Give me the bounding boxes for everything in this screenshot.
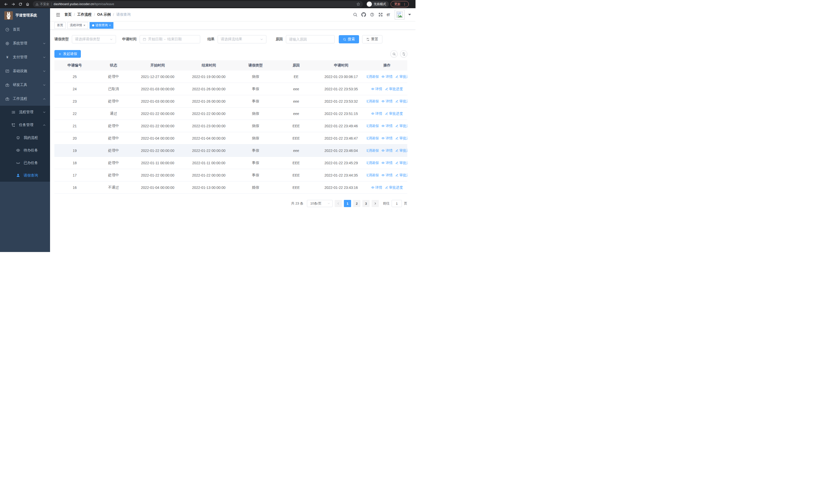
sidebar-collapse-icon[interactable] [56,12,61,17]
breadcrumb-item-2[interactable]: OA 示例 [97,12,111,17]
page-button-2[interactable]: 2 [353,200,360,207]
apply-time-range-picker[interactable]: 开始日期 - 结束日期 [140,35,200,43]
close-icon[interactable]: × [83,24,85,27]
sidebar-item-3[interactable]: 基础设施 [0,64,50,78]
breadcrumb-item-1[interactable]: 工作流程 [77,12,92,17]
sidebar-item-6[interactable]: 流程管理 [0,106,50,119]
browser-update-button[interactable]: 更新 [391,1,409,7]
browser-forward-button[interactable] [10,1,17,7]
table-row[interactable]: 20 处理中 2022-01-04 00:00:00 2022-01-04 00… [54,132,407,145]
approval-progress-link[interactable]: 审批进度 [385,111,403,116]
sidebar-item-11[interactable]: 请假查询 [0,169,50,182]
address-bar[interactable]: 不安全 dashboard.yudao.iocoder.cn/bpm/oa/le… [33,1,363,7]
tab-0[interactable]: 首页 [54,22,66,29]
table-header-row: 申请编号状态开始时间结束时间请假类型原因申请时间操作 [54,60,407,70]
dashboard-icon [5,27,9,32]
row-actions: 取消请假详情审批进度 [368,148,406,153]
detail-link[interactable]: 详情 [381,161,393,165]
tab-2[interactable]: 请假查询 × [90,22,114,29]
table-row[interactable]: 23 处理中 2022-01-03 00:00:00 2022-01-26 00… [54,95,407,108]
toggle-search-button[interactable] [390,50,398,58]
next-page-button[interactable] [372,200,379,207]
cancel-leave-link[interactable]: 取消请假 [367,75,379,79]
approval-progress-link[interactable]: 审批进度 [385,87,403,91]
table-row[interactable]: 16 不通过 2022-01-04 00:00:00 2022-01-13 00… [54,181,407,194]
browser-reload-button[interactable] [17,1,24,7]
table-row[interactable]: 17 处理中 2022-01-22 00:00:00 2022-01-22 00… [54,169,407,181]
detail-link[interactable]: 详情 [381,148,393,153]
caret-down-icon[interactable] [407,12,412,17]
leave-type-select[interactable]: 请选择请假类型 [72,35,116,43]
page-button-3[interactable]: 3 [362,200,370,207]
font-size-icon[interactable]: tT [387,12,390,17]
table-row[interactable]: 21 处理中 2022-01-22 00:00:00 2022-01-23 00… [54,120,407,132]
tab-1[interactable]: 流程详情 × [67,22,88,29]
approval-progress-link[interactable]: 审批进度 [395,148,407,153]
browser-back-button[interactable] [3,1,9,7]
detail-link[interactable]: 详情 [381,99,393,104]
cancel-leave-link[interactable]: 取消请假 [367,148,379,153]
approval-progress-link[interactable]: 审批进度 [395,75,407,79]
approval-progress-link[interactable]: 审批进度 [395,136,407,141]
sidebar-item-10[interactable]: 已办任务 [0,156,50,169]
cell-status: 处理中 [95,173,132,178]
create-leave-button[interactable]: 发起请假 [54,50,81,58]
cancel-leave-link[interactable]: 取消请假 [367,99,379,104]
github-icon[interactable] [361,12,366,17]
search-button[interactable]: 搜索 [339,35,359,43]
table-row[interactable]: 19 处理中 2022-01-22 00:00:00 2022-01-22 00… [54,145,407,157]
kebab-menu-icon[interactable] [403,3,406,6]
question-icon[interactable] [370,12,374,17]
sidebar-item-4[interactable]: 研发工具 [0,78,50,92]
refresh-table-button[interactable] [400,50,407,58]
cancel-leave-link[interactable]: 取消请假 [367,161,379,165]
security-status[interactable]: 不安全 [35,2,49,6]
approval-progress-link[interactable]: 审批进度 [395,161,407,165]
detail-link[interactable]: 详情 [381,136,393,141]
search-icon[interactable] [353,12,357,17]
reason-input[interactable] [286,35,335,43]
sidebar-item-0[interactable]: 首页 [0,23,50,36]
tree-icon [11,123,16,127]
detail-link[interactable]: 详情 [381,124,393,128]
browser-home-button[interactable] [24,1,31,7]
incognito-badge[interactable]: 无痕模式 [366,1,389,7]
cancel-leave-link[interactable]: 取消请假 [367,136,379,141]
detail-link[interactable]: 详情 [371,87,382,91]
cell-leave-type: 婚假 [234,185,277,190]
goto-page-input[interactable] [392,200,402,207]
approval-progress-link[interactable]: 审批进度 [395,173,407,178]
page-button-1[interactable]: 1 [344,200,351,207]
sidebar-logo[interactable]: 芋道管理系统 [0,8,50,23]
table-row[interactable]: 18 处理中 2022-01-11 00:00:00 2022-01-11 00… [54,157,407,169]
approval-progress-link[interactable]: 审批进度 [395,124,407,128]
result-select[interactable]: 请选择流结果 [218,35,266,43]
breadcrumb-item-0[interactable]: 首页 [64,12,71,17]
fullscreen-icon[interactable] [378,12,383,17]
detail-link[interactable]: 详情 [371,185,382,190]
sidebar: 芋道管理系统 首页 系统管理 ¥ 支付管理 基础设施 研发工具 工作流程 流程管… [0,8,50,252]
approval-progress-link[interactable]: 审批进度 [385,185,403,190]
cancel-leave-link[interactable]: 取消请假 [367,173,379,178]
approval-progress-link[interactable]: 审批进度 [395,99,407,104]
cancel-leave-link[interactable]: 取消请假 [367,124,379,128]
sidebar-item-2[interactable]: ¥ 支付管理 [0,50,50,64]
detail-link[interactable]: 详情 [371,111,382,116]
detail-link[interactable]: 详情 [381,75,393,79]
avatar[interactable] [395,10,404,20]
bookmark-star-icon[interactable] [356,2,360,6]
page-size-select[interactable]: 10条/页 [307,200,333,207]
close-icon[interactable]: × [109,24,111,27]
sidebar-item-7[interactable]: 任务管理 [0,119,50,131]
table-row[interactable]: 22 通过 2022-01-22 00:00:00 2022-01-22 00:… [54,108,407,120]
detail-link[interactable]: 详情 [381,173,393,178]
sidebar-item-1[interactable]: 系统管理 [0,36,50,50]
sidebar-item-5[interactable]: 工作流程 [0,92,50,106]
table-row[interactable]: 25 处理中 2021-12-27 00:00:00 2022-01-19 00… [54,70,407,83]
reset-button[interactable]: 重置 [362,35,382,43]
chevron-down-icon [42,42,46,45]
sidebar-item-8[interactable]: 我的流程 [0,131,50,144]
sidebar-item-9[interactable]: 待办任务 [0,144,50,156]
prev-page-button[interactable] [335,200,342,207]
table-row[interactable]: 24 已取消 2022-01-03 00:00:00 2022-01-26 00… [54,83,407,95]
